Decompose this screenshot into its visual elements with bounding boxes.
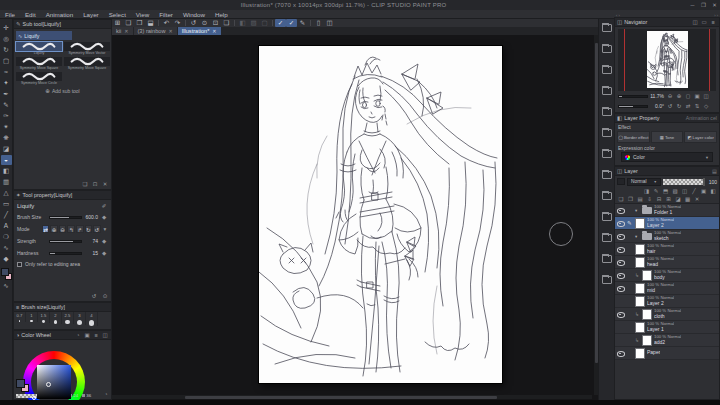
layer-visibility-eye-icon[interactable] (616, 284, 625, 293)
pencil-tool[interactable]: ✎ (1, 100, 12, 110)
layer-row-8[interactable]: 100 % NormalLayer 2 (615, 295, 719, 308)
minimize-button[interactable]: ─ (687, 2, 698, 8)
stepper-icon[interactable]: ◆ (100, 238, 108, 244)
main-color-swatch[interactable] (16, 379, 25, 388)
layer-row-4[interactable]: 100 % Normalhair (615, 243, 719, 256)
sv-square[interactable] (37, 365, 71, 399)
layer-row-7[interactable]: 100 % Normalmid (615, 282, 719, 295)
tab-layer-search-icon[interactable]: ▤ (712, 168, 717, 174)
liquify-push-right-icon[interactable]: ↱ (76, 225, 84, 233)
liquify-twirl-ccw-icon[interactable]: ↺ (93, 225, 101, 233)
main-color-swatch[interactable] (1, 268, 9, 276)
tab-close-icon[interactable]: ✕ (124, 28, 128, 34)
undo-icon[interactable]: ↶ (161, 19, 172, 27)
companion-mode-icon[interactable]: ▯ (313, 19, 324, 27)
opacity-handle[interactable] (703, 178, 705, 186)
material-folder-icon[interactable] (602, 66, 612, 74)
brush-size-preset-2[interactable]: 2 (50, 312, 62, 324)
two-pane-icon[interactable]: ◧ (709, 188, 717, 194)
brush-size-preset-0.7[interactable]: 0.7 (14, 312, 26, 322)
layer-row-6[interactable]: ↳100 % Normalbody (615, 269, 719, 282)
layer-row-1[interactable]: ▾100 % NormalFolder 1 (615, 204, 719, 217)
subtool-item-5[interactable]: Symmetry Move Circle (15, 71, 63, 86)
material-folder-icon[interactable] (602, 150, 612, 158)
frame-border-tool[interactable]: ▭ (1, 199, 12, 209)
fill-tool[interactable]: ◧ (1, 166, 12, 176)
document-tab-1[interactable]: kii✕ (112, 27, 133, 35)
blend-mode-dropdown[interactable]: Normal ▼ (627, 178, 661, 186)
layer-thumbnail[interactable] (635, 244, 645, 255)
h-scrollbar[interactable] (112, 395, 592, 399)
auto-select-tool[interactable]: ✦ (1, 78, 12, 88)
zoom-in-icon[interactable]: ⊕ (675, 93, 683, 99)
material-folder-icon[interactable] (602, 108, 612, 116)
create-mask-icon[interactable]: ◪ (674, 196, 682, 202)
flip-vertical-icon[interactable]: ⇅ (693, 103, 701, 109)
canvas-viewport[interactable] (112, 35, 598, 400)
set-ruler-icon[interactable]: ╱ (690, 188, 698, 194)
layer-thumbnail[interactable] (642, 309, 652, 320)
stepper-icon[interactable]: ◆ (100, 250, 108, 256)
material-folder-icon[interactable] (602, 24, 612, 32)
pen-tool[interactable]: ✒ (1, 89, 12, 99)
show-palette-detail-icon[interactable]: ⊙ (101, 293, 109, 299)
save-icon[interactable]: ⬓ (145, 19, 156, 27)
layer-row-10[interactable]: 100 % NormalLayer 1 (615, 321, 719, 334)
text-tool[interactable]: A (1, 221, 12, 231)
reset-rotation-icon[interactable]: ◇ (702, 103, 710, 109)
menu-layer[interactable]: Layer (78, 11, 103, 18)
color-set-icon[interactable]: ◔ (102, 391, 110, 397)
brush-size-preset-1.5[interactable]: 1.5 (38, 312, 50, 323)
layer-visibility-eye-icon[interactable] (616, 219, 625, 228)
tone-button[interactable]: ▦Tone (651, 131, 684, 143)
border-effect-button[interactable]: ◯Border effect (617, 131, 650, 143)
layer-thumbnail[interactable] (635, 283, 645, 294)
folder-expand-arrow[interactable]: ▾ (635, 234, 640, 239)
blend-preview-swatch[interactable] (617, 178, 625, 185)
new-vector-layer-icon[interactable]: ❐ (627, 196, 635, 202)
document-tab-2[interactable]: (3) rainbow✕ (134, 27, 177, 35)
layer-row-5[interactable]: 100 % Normalhead (615, 256, 719, 269)
layer-visibility-eye-icon[interactable] (616, 271, 625, 280)
flip-horizontal-icon[interactable]: ⇄ (684, 103, 692, 109)
close-button[interactable]: ✕ (709, 2, 720, 8)
zoom-tool[interactable]: ◎ (1, 34, 12, 44)
new-raster-layer-icon[interactable]: ❏ (617, 196, 625, 202)
tool-color-swatches[interactable] (1, 268, 12, 280)
eyedropper-tool[interactable]: ◆ (1, 254, 12, 264)
material-folder-icon[interactable] (602, 234, 612, 242)
wheel-mode-icon[interactable]: ◔ (74, 332, 82, 338)
canvas-page[interactable] (259, 46, 502, 383)
rotate-cw-icon[interactable]: ↻ (675, 103, 683, 109)
rotate-reset-icon[interactable]: ↺ (188, 19, 199, 27)
combine-to-lower-icon[interactable]: ⊟ (655, 196, 663, 202)
layer-visibility-eye-icon[interactable] (616, 336, 625, 345)
rotate-tool[interactable]: ↻ (1, 45, 12, 55)
duplicate-subtool-icon[interactable]: ❏ (81, 181, 89, 187)
subtool-item-2[interactable]: Symmetry Move Vector (63, 41, 111, 56)
pen-pressure-icon[interactable]: ✎ (297, 19, 308, 27)
selection-tool[interactable]: ▢ (1, 56, 12, 66)
delete-subtool-icon[interactable]: ✕ (101, 181, 109, 187)
zoom-reset-icon[interactable]: ⊙ (199, 19, 210, 27)
layer-visibility-eye-icon[interactable] (616, 323, 625, 332)
tab-animation-cel[interactable]: Animation cel (686, 115, 717, 121)
subtool-item-4[interactable]: Symmetry Move Square (63, 56, 111, 71)
menu-select[interactable]: Select (104, 11, 131, 18)
tab-close-icon[interactable]: ✕ (168, 28, 172, 34)
add-subtool-row[interactable]: ⊕ Add sub tool (14, 86, 111, 95)
material-folder-icon[interactable] (602, 213, 612, 221)
clip-studio-icon[interactable]: ◫ (324, 19, 335, 27)
nav-info-icon[interactable]: ▭ (700, 19, 708, 25)
menu-window[interactable]: Window (178, 11, 210, 18)
layer-thumbnail[interactable] (642, 335, 652, 346)
actual-pixels-icon[interactable]: ▣ (693, 93, 701, 99)
liquify-twirl-cw-icon[interactable]: ↻ (85, 225, 93, 233)
open-file-icon[interactable]: ❐ (134, 19, 145, 27)
decoration-tool[interactable]: ❋ (1, 133, 12, 143)
lock-layer-icon[interactable]: ⬒ (662, 188, 670, 194)
square-mode-icon[interactable]: ▣ (83, 332, 91, 338)
layer-visibility-eye-icon[interactable] (616, 258, 625, 267)
lock-transparent-pixels-icon[interactable]: ▨ (671, 188, 679, 194)
liquify-expand-icon[interactable]: ⊕ (50, 225, 58, 233)
